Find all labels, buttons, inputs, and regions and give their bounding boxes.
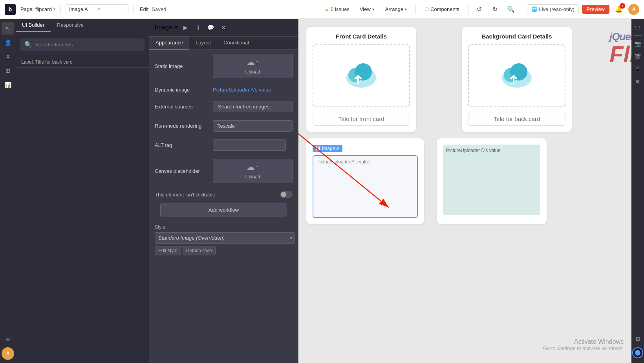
breadcrumb: Label: Title for back card (16, 57, 149, 68)
components-cube-icon: ⬡ (424, 6, 429, 12)
live-badge[interactable]: 🌐 Live (read-only) (527, 4, 579, 14)
panel-tabs: Appearance Layout Conditional (149, 37, 298, 50)
components-button[interactable]: ⬡ Components (421, 5, 463, 14)
icon-bar-users[interactable]: 👤 (2, 36, 14, 49)
app-logo: b (5, 4, 16, 15)
back-card-title-input[interactable] (468, 112, 565, 126)
rt-divider-1 (634, 35, 642, 36)
rt-circle-inner (635, 350, 640, 356)
divider-1 (60, 5, 61, 14)
front-card-title: Front Card Details (313, 33, 410, 40)
add-workflow-button[interactable]: Add workflow (160, 204, 287, 216)
top-cards-row: Front Card Details Background (306, 27, 624, 132)
tab-ui-builder[interactable]: UI Builder (16, 19, 51, 32)
static-image-value: ☁↑ Upload (213, 54, 293, 78)
user-avatar[interactable]: A (628, 4, 639, 15)
upload-cloud-icon: ☁↑ (246, 57, 259, 68)
divider-4 (468, 5, 468, 14)
icon-bar-user-bottom[interactable]: A (2, 347, 14, 360)
element-selector[interactable]: Image A ▾ (66, 4, 128, 14)
preview-button[interactable]: Preview (582, 5, 609, 14)
rt-expand-icon[interactable]: ⋮⋮ (632, 22, 643, 33)
image-icon: 🖼 (316, 146, 320, 151)
canvas-upload-icon: ☁↑ (246, 162, 259, 172)
tab-conditional[interactable]: Conditional (217, 37, 255, 50)
alt-tag-label: ALT tag (155, 142, 210, 148)
flip-text: Flip (609, 43, 631, 66)
pict-d-content[interactable]: PictureUploader D's value (443, 145, 540, 215)
dynamic-value-link[interactable]: PictureUploader A's value (213, 87, 271, 93)
page-selector[interactable]: Page: flipcard ▾ (20, 6, 56, 12)
image-a-content[interactable]: PictureUploader A's value (313, 155, 418, 218)
image-a-card: 🖼 Image A PictureUploader A's value (306, 138, 424, 224)
tab-appearance[interactable]: Appearance (149, 37, 189, 50)
svg-point-2 (355, 63, 372, 81)
win-activate-sub: Go to Settings to activate Windows. (543, 345, 624, 351)
bottom-cards-row: 🖼 Image A PictureUploader A's value Pict… (306, 138, 624, 224)
right-toolbar: ⋮⋮ 📷 🎬 📱 ⚙ ⊞ (631, 19, 644, 363)
view-menu-button[interactable]: View ▾ (356, 5, 378, 14)
canvas-placeholder-value: ☁↑ Upload (213, 159, 293, 183)
panel-comment-button[interactable]: 💬 (206, 23, 216, 32)
win-activate-title: Activate Windows (543, 338, 624, 345)
sidebar: UI Builder Responsive 🔍 Label: Title for… (16, 19, 149, 363)
search-free-images-button[interactable]: Search for free images (213, 101, 293, 112)
icon-bar-layers[interactable]: ≡ (2, 50, 14, 63)
detach-style-button[interactable]: Detach style (183, 246, 216, 255)
rt-settings-icon[interactable]: ⚙ (632, 76, 643, 87)
icon-bar-settings[interactable]: ⚙ (2, 333, 14, 346)
dynamic-image-value[interactable]: PictureUploader A's value (213, 86, 293, 93)
notifications-area: 🔔 1 (613, 3, 625, 16)
rt-grid-icon[interactable]: ⊞ (632, 333, 643, 344)
icon-bar: ↖ 👤 ≡ ⊞ 📊 ⚙ A (0, 19, 16, 363)
rt-camera-icon[interactable]: 📷 (632, 38, 643, 49)
arrange-menu-button[interactable]: Arrange ▾ (381, 5, 411, 14)
run-mode-select[interactable]: Rescale (213, 120, 293, 132)
canvas-upload-button[interactable]: ☁↑ Upload (213, 159, 293, 183)
icon-bar-grid[interactable]: ⊞ (2, 64, 14, 77)
run-mode-row: Run-mode rendering Rescale (149, 116, 298, 136)
panel-close-button[interactable]: ✕ (219, 23, 228, 32)
element-caret-icon: ▾ (98, 7, 125, 12)
page-label: Page: (20, 6, 34, 12)
properties-panel: Image A ▶ ℹ 💬 ✕ Appearance Layout Condit… (149, 19, 298, 363)
clickable-toggle[interactable] (280, 191, 293, 198)
win-activate: Activate Windows Go to Settings to activ… (543, 338, 624, 351)
alt-tag-input[interactable] (213, 139, 286, 151)
front-card-image-area[interactable] (313, 44, 410, 107)
issues-indicator[interactable]: ▲ 0 issues (321, 5, 353, 14)
rt-circle-button[interactable] (632, 347, 643, 358)
page-caret-icon[interactable]: ▾ (53, 7, 56, 12)
style-section: Style Standard Image (Overridden) ▾ Edit… (149, 220, 298, 259)
search-input[interactable] (35, 42, 141, 48)
view-label: View (360, 6, 371, 12)
rt-phone-icon[interactable]: 📱 (632, 63, 643, 74)
image-a-badge: 🖼 Image A (313, 145, 342, 152)
tab-layout[interactable]: Layout (189, 37, 217, 50)
front-card-upload-svg (342, 60, 381, 92)
panel-info-button[interactable]: ℹ (194, 23, 203, 32)
warning-icon: ▲ (324, 7, 329, 12)
back-card-section: Background Card Details (462, 27, 572, 132)
live-label: Live (read-only) (539, 6, 574, 12)
topbar: b Page: flipcard ▾ Image A ▾ Edit Saved … (0, 0, 644, 19)
upload-button[interactable]: ☁↑ Upload (213, 54, 293, 78)
style-select[interactable]: Standard Image (Overridden) (155, 232, 295, 244)
undo-button[interactable]: ↺ (473, 3, 486, 16)
back-card-image-area[interactable] (468, 44, 565, 107)
main-layout: ↖ 👤 ≡ ⊞ 📊 ⚙ A UI Builder Responsive 🔍 La… (0, 19, 644, 363)
icon-bar-chart[interactable]: 📊 (2, 79, 14, 91)
back-card-title: Background Card Details (468, 33, 565, 40)
redo-button[interactable]: ↻ (489, 3, 501, 16)
sidebar-tabs: UI Builder Responsive (16, 19, 149, 32)
external-sources-label: External sources (155, 104, 210, 110)
search-button[interactable]: 🔍 (505, 3, 517, 16)
panel-play-button[interactable]: ▶ (181, 23, 190, 32)
icon-bar-cursor[interactable]: ↖ (2, 22, 14, 35)
pict-d-card: PictureUploader D's value (437, 138, 547, 224)
divider-2 (133, 5, 134, 14)
tab-responsive[interactable]: Responsive (51, 19, 90, 32)
rt-video-icon[interactable]: 🎬 (632, 51, 643, 62)
front-card-title-input[interactable] (313, 112, 410, 126)
edit-style-button[interactable]: Edit style (155, 246, 181, 255)
